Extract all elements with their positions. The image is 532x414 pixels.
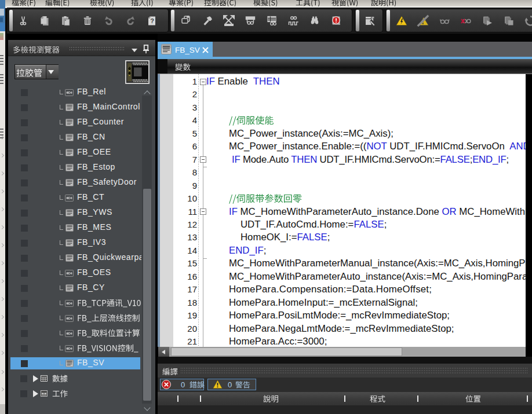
svg-text:?: ? (150, 17, 154, 24)
